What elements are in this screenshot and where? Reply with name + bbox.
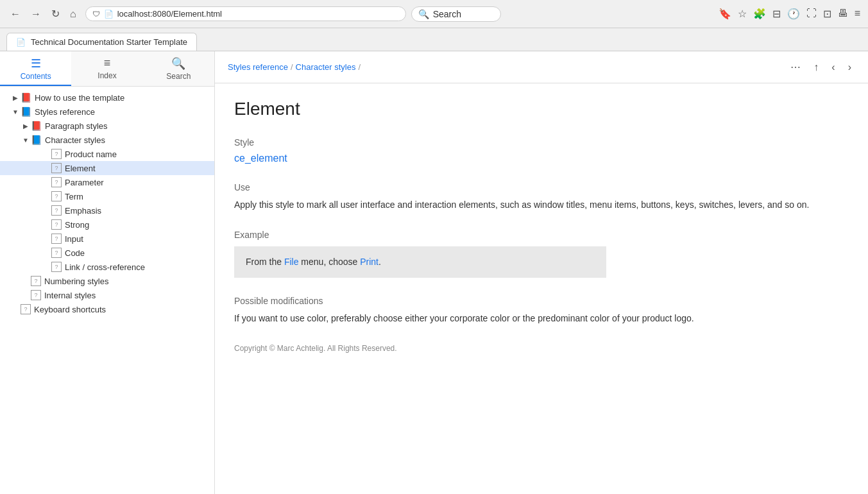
product-name-label: Product name bbox=[65, 149, 117, 159]
address-bar[interactable]: 🛡 📄 localhost:8080/Element.html bbox=[85, 6, 406, 21]
possible-mod-text: If you want to use color, preferably cho… bbox=[234, 311, 812, 325]
more-options-button[interactable]: ⋯ bbox=[787, 59, 804, 75]
sidebar-icon[interactable]: ⊡ bbox=[822, 6, 833, 21]
item-icon-element: ? bbox=[51, 163, 62, 173]
app-layout: ☰ Contents ≡ Index 🔍 Search ▶ 📕 How to u… bbox=[0, 51, 868, 494]
menu-icon[interactable]: ≡ bbox=[853, 6, 862, 21]
sidebar-item-how-to[interactable]: ▶ 📕 How to use the template bbox=[0, 90, 214, 105]
tab-contents[interactable]: ☰ Contents bbox=[0, 51, 71, 86]
style-section: Style ce_element bbox=[234, 137, 849, 164]
copyright: Copyright © Marc Achtelig. All Rights Re… bbox=[234, 344, 849, 353]
tab-search[interactable]: 🔍 Search bbox=[143, 51, 214, 86]
use-section: Use Apply this style to mark all user in… bbox=[234, 182, 849, 212]
browser-search-bar[interactable]: 🔍 Search bbox=[411, 6, 501, 22]
breadcrumb-styles-ref[interactable]: Styles reference bbox=[228, 62, 288, 72]
sidebar-item-char-styles[interactable]: ▼ 📘 Character styles bbox=[0, 133, 214, 147]
home-button[interactable]: ⌂ bbox=[66, 6, 80, 21]
sidebar-item-keyboard[interactable]: ? Keyboard shortcuts bbox=[0, 302, 214, 316]
book-icon-para: 📕 bbox=[31, 121, 42, 131]
styles-ref-label: Styles reference bbox=[35, 107, 95, 117]
contents-icon: ☰ bbox=[31, 56, 41, 71]
book-icon-how-to: 📕 bbox=[21, 92, 31, 103]
item-icon-keyboard: ? bbox=[21, 304, 31, 314]
keyboard-label: Keyboard shortcuts bbox=[34, 305, 106, 314]
toggle-styles-ref[interactable]: ▼ bbox=[10, 108, 21, 115]
sidebar-item-numbering[interactable]: ? Numbering styles bbox=[0, 274, 214, 288]
possible-mod-section: Possible modifications If you want to us… bbox=[234, 296, 849, 325]
toggle-char-styles[interactable]: ▼ bbox=[21, 137, 31, 144]
example-text-after: . bbox=[379, 257, 381, 267]
tab-index[interactable]: ≡ Index bbox=[71, 51, 142, 86]
scroll-top-button[interactable]: ↑ bbox=[810, 60, 822, 75]
item-icon-link: ? bbox=[51, 262, 62, 272]
sidebar-item-input[interactable]: ? Input bbox=[0, 232, 214, 246]
fullscreen-icon[interactable]: ⛶ bbox=[805, 6, 818, 21]
content-header-actions: ⋯ ↑ ‹ › bbox=[787, 59, 855, 75]
emphasis-label: Emphasis bbox=[65, 206, 101, 216]
sidebar-item-para-styles[interactable]: ▶ 📕 Paragraph styles bbox=[0, 119, 214, 133]
sidebar-item-emphasis[interactable]: ? Emphasis bbox=[0, 203, 214, 217]
search-label: Search bbox=[166, 72, 191, 81]
back-button[interactable]: ← bbox=[6, 6, 24, 21]
term-label: Term bbox=[65, 192, 83, 201]
style-label: Style bbox=[234, 137, 849, 148]
sidebar-item-internal[interactable]: ? Internal styles bbox=[0, 288, 214, 302]
sidebar-item-styles-ref[interactable]: ▼ 📘 Styles reference bbox=[0, 105, 214, 119]
reload-button[interactable]: ↻ bbox=[47, 6, 64, 21]
browser-right-icons: 🔖 ☆ 🧩 ⊟ 🕐 ⛶ ⊡ 🖶 ≡ bbox=[717, 6, 862, 21]
extensions-icon[interactable]: 🧩 bbox=[752, 6, 767, 21]
use-label: Use bbox=[234, 182, 849, 192]
book-icon-styles-ref: 📘 bbox=[21, 106, 31, 117]
reader-icon[interactable]: ⊟ bbox=[771, 6, 782, 21]
how-to-label: How to use the template bbox=[35, 93, 124, 103]
main-content: Styles reference / Character styles / ⋯ … bbox=[215, 51, 868, 494]
numbering-label: Numbering styles bbox=[44, 277, 108, 286]
contents-label: Contents bbox=[21, 72, 51, 81]
active-tab[interactable]: 📄 Technical Documentation Starter Templa… bbox=[6, 33, 197, 51]
example-box: From the File menu, choose Print. bbox=[234, 246, 606, 278]
sidebar-item-term[interactable]: ? Term bbox=[0, 189, 214, 203]
url-text: localhost:8080/Element.html bbox=[117, 9, 222, 19]
breadcrumb-sep-2: / bbox=[358, 62, 361, 72]
tab-icon: 📄 bbox=[16, 38, 26, 47]
breadcrumb-char-styles[interactable]: Character styles bbox=[296, 62, 356, 72]
item-icon-code: ? bbox=[51, 248, 62, 258]
style-value: ce_element bbox=[234, 153, 849, 164]
item-icon-product: ? bbox=[51, 149, 62, 159]
sidebar-item-parameter[interactable]: ? Parameter bbox=[0, 175, 214, 189]
forward-button[interactable]: → bbox=[27, 6, 45, 21]
example-link-print[interactable]: Print bbox=[360, 257, 379, 267]
item-icon-term: ? bbox=[51, 191, 62, 201]
print-icon[interactable]: 🖶 bbox=[837, 6, 849, 21]
toggle-how-to[interactable]: ▶ bbox=[10, 94, 21, 101]
star-icon[interactable]: ☆ bbox=[736, 6, 748, 21]
sidebar-tabs: ☰ Contents ≡ Index 🔍 Search bbox=[0, 51, 214, 87]
browser-chrome: ← → ↻ ⌂ 🛡 📄 localhost:8080/Element.html … bbox=[0, 0, 868, 28]
next-page-button[interactable]: › bbox=[844, 60, 855, 75]
sidebar-item-product-name[interactable]: ? Product name bbox=[0, 147, 214, 161]
history-icon[interactable]: 🕐 bbox=[786, 6, 801, 21]
possible-mod-label: Possible modifications bbox=[234, 296, 849, 306]
sidebar-item-element[interactable]: ? Element bbox=[0, 161, 214, 175]
code-label: Code bbox=[65, 248, 85, 258]
example-text-middle: menu, choose bbox=[298, 257, 360, 267]
index-label: Index bbox=[98, 71, 116, 80]
tab-bar: 📄 Technical Documentation Starter Templa… bbox=[0, 28, 868, 51]
strong-label: Strong bbox=[65, 220, 89, 230]
example-text-before: From the bbox=[246, 257, 284, 267]
item-icon-numbering: ? bbox=[31, 276, 41, 286]
input-label: Input bbox=[65, 234, 83, 244]
page-title: Element bbox=[234, 99, 849, 119]
link-label: Link / cross-reference bbox=[65, 262, 145, 272]
example-link-file[interactable]: File bbox=[284, 257, 299, 267]
search-icon: 🔍 bbox=[418, 9, 429, 19]
sidebar-tree: ▶ 📕 How to use the template ▼ 📘 Styles r… bbox=[0, 87, 214, 494]
sidebar-item-strong[interactable]: ? Strong bbox=[0, 217, 214, 232]
bookmark-icon[interactable]: 🔖 bbox=[717, 6, 733, 21]
breadcrumb: Styles reference / Character styles / bbox=[228, 62, 780, 72]
search-icon: 🔍 bbox=[171, 56, 185, 71]
sidebar-item-code[interactable]: ? Code bbox=[0, 246, 214, 260]
toggle-para-styles[interactable]: ▶ bbox=[21, 123, 31, 130]
sidebar-item-link[interactable]: ? Link / cross-reference bbox=[0, 260, 214, 274]
prev-page-button[interactable]: ‹ bbox=[828, 60, 838, 75]
